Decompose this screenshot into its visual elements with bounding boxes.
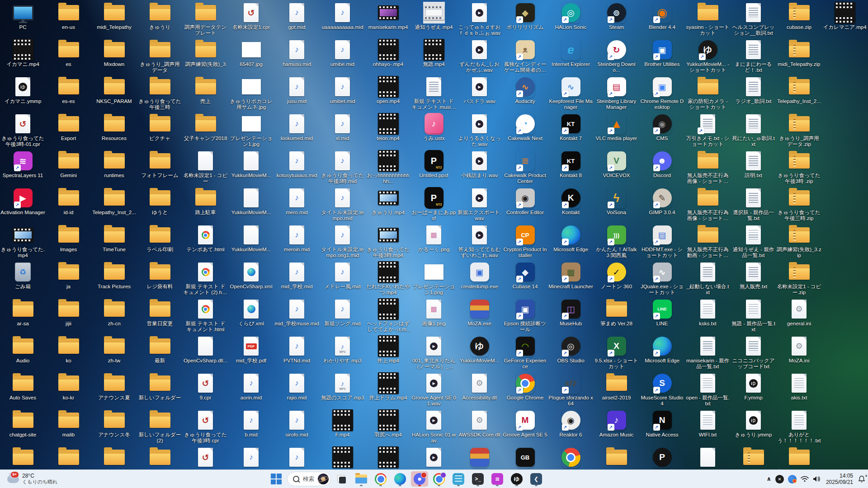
desktop-icon[interactable]: ♪gpt.mid xyxy=(274,1,320,38)
desktop-icon[interactable]: OpenCvSharp.dll... xyxy=(183,334,228,371)
desktop-icon[interactable]: ∿JQuake.exe - ショートカット xyxy=(639,260,685,297)
desktop-icon[interactable]: ♪タイトル未設定.tempo.mid xyxy=(320,186,365,223)
desktop-icon[interactable]: レジ袋有料 xyxy=(137,260,183,297)
desktop-icon[interactable]: ↺きゅうり食ってた午後3時-01.cpr xyxy=(0,112,46,149)
desktop-icon[interactable]: NKSC_PARAM xyxy=(91,75,137,112)
desktop-icon[interactable]: ♪PVTNd.mid xyxy=(274,334,320,371)
desktop-icon[interactable]: 65407.jpg xyxy=(228,38,274,75)
wifi-icon[interactable] xyxy=(801,476,809,482)
desktop-icon[interactable]: ▩かるーく.png xyxy=(411,223,457,260)
taskbar-spectralayers[interactable]: ≋ xyxy=(489,471,506,487)
desktop-icon[interactable]: 営業日変更 xyxy=(137,297,183,334)
desktop-icon[interactable]: ♪rajio.mid xyxy=(274,371,320,408)
desktop-icon[interactable]: TimeTune xyxy=(91,223,137,260)
search-input[interactable]: 検索 xyxy=(303,475,314,483)
desktop-icon[interactable]: ≡Cakewalk Product Center xyxy=(502,149,548,186)
desktop-icon[interactable]: ♪meroin.mid xyxy=(274,223,320,260)
desktop-icon[interactable]: ar-sa xyxy=(0,297,46,334)
desktop-icon[interactable]: 筆まめ Ver.28 xyxy=(594,297,639,334)
desktop-icon[interactable]: ja xyxy=(46,260,91,297)
desktop-icon[interactable]: cubase.zip xyxy=(776,1,822,38)
desktop-icon[interactable]: きゅうり食ってた午後3時.mp4 xyxy=(365,223,411,260)
desktop-icon[interactable]: ◫MuseHub xyxy=(548,297,594,334)
clock[interactable]: 14:05 2025/09/21 xyxy=(825,473,854,485)
desktop-icon[interactable]: ◉Blender 4.4 xyxy=(639,1,685,38)
desktop-icon[interactable]: くらび.xml xyxy=(228,297,274,334)
desktop-icon[interactable]: ▶よりうるさくなった.wav xyxy=(457,112,502,149)
desktop-icon[interactable]: ありがとう！！！！！！.txt xyxy=(776,408,822,446)
taskbar-chrome-profile[interactable] xyxy=(430,471,448,487)
desktop-icon[interactable]: 無題 - 親作品一覧.txt xyxy=(731,297,776,334)
desktop-icon[interactable]: KKontakt xyxy=(548,186,594,223)
desktop-icon[interactable]: zh-cn xyxy=(91,297,137,334)
taskbar-notepad[interactable] xyxy=(450,471,467,487)
desktop-icon[interactable]: 万引きメモ.txt - ショートカット xyxy=(685,112,731,149)
desktop-icon[interactable]: ♪umibe.mid xyxy=(320,38,365,75)
desktop-icon[interactable]: MGroove Agent SE 5 xyxy=(502,408,548,446)
desktop-icon[interactable]: ♪hamusu.mid xyxy=(274,38,320,75)
taskbar-google-chrome[interactable] xyxy=(372,471,389,487)
desktop-icon[interactable]: まにまにわーるど！.txt xyxy=(731,38,776,75)
desktop-icon[interactable]: テンポあて.html xyxy=(183,223,228,260)
tray-app-icon[interactable] xyxy=(788,475,797,483)
desktop-icon[interactable]: ▶こってゅｈｄすおｆｄｓｂふぉ.wav xyxy=(457,1,502,38)
desktop-icon[interactable]: ♪kotusytuaaus.mid xyxy=(274,149,320,186)
desktop-icon[interactable]: chatgpt-site xyxy=(0,408,46,446)
desktop-icon[interactable]: )))かんたん！AITalk 3 関西風 xyxy=(594,223,639,260)
taskbar-file-explorer[interactable] xyxy=(353,471,370,487)
desktop-icon[interactable]: ▣Brother Utilities xyxy=(639,38,685,75)
desktop-icon[interactable]: アナウンス夏 xyxy=(91,371,137,408)
desktop-icon[interactable]: 売上 xyxy=(183,75,228,112)
desktop-icon[interactable]: ゆYukkuriMovieM... xyxy=(457,334,502,371)
desktop-icon[interactable]: ♪MP3無題のスコア.mp3 xyxy=(320,371,365,408)
desktop-icon[interactable]: ≋SpectraLayers 11 xyxy=(0,149,46,186)
desktop-icon[interactable]: ♪umibet.mid xyxy=(320,75,365,112)
desktop-icon[interactable]: 路上駐車 xyxy=(183,186,228,223)
desktop-icon[interactable]: きゅうり食ってた.mp4 xyxy=(0,223,46,260)
desktop-icon[interactable]: PNT2Untitled.ppsf xyxy=(411,149,457,186)
desktop-icon[interactable]: きゅうり_調声用データ xyxy=(137,38,183,75)
desktop-icon[interactable]: ♪jusu.mid xyxy=(274,75,320,112)
desktop-icon[interactable]: ↺きゅうり食ってた午後3時.cpr xyxy=(183,408,228,446)
desktop-icon[interactable]: 無人販売不正行為画像 - ショートカッ... xyxy=(685,149,731,186)
taskbar-microsoft-edge[interactable] xyxy=(392,471,409,487)
desktop-icon[interactable]: ◉Reaktor 6 xyxy=(548,408,594,446)
taskbar-yukkurimoviemaker[interactable]: ゆ xyxy=(508,471,525,487)
desktop-icon[interactable]: ▦Minecraft Launcher xyxy=(548,260,594,297)
desktop-icon[interactable]: アナウンス冬 xyxy=(91,408,137,446)
taskbar-task-view[interactable] xyxy=(333,471,350,487)
desktop-icon[interactable]: open - 親作品一覧.txt xyxy=(685,371,731,408)
desktop-icon[interactable]: ▤HDDFMT.exe - ショートカット xyxy=(639,223,685,260)
desktop-icon[interactable]: sfzPlogue sforzando x64 xyxy=(548,371,594,408)
desktop-icon[interactable]: イカマニ.mp4 xyxy=(0,38,46,75)
desktop-icon[interactable]: 最新 xyxy=(137,334,183,371)
desktop-icon[interactable]: jijii xyxy=(46,297,91,334)
notification-bell-icon[interactable]: z xyxy=(858,475,865,483)
desktop-icon[interactable]: ♪きゅうり食ってた午後3時.mid xyxy=(320,149,365,186)
desktop-icon[interactable]: ϟVoiSona xyxy=(594,186,639,223)
desktop-icon[interactable]: ゆF.ymmp xyxy=(731,371,776,408)
desktop-icon[interactable]: ゆうと xyxy=(137,186,183,223)
desktop-icon[interactable]: ♪kiokumed.mid xyxy=(274,112,320,149)
desktop-icon[interactable]: _起動しない場合.txt xyxy=(685,260,731,297)
desktop-icon[interactable]: PDFmid_学校.pdf xyxy=(228,334,274,371)
desktop-icon[interactable]: ▶001_東北きりたん（ノーマル）_今じゃ... xyxy=(411,334,457,371)
desktop-icon[interactable]: ↺名称未設定1.cpr xyxy=(228,1,274,38)
desktop-icon[interactable]: Export xyxy=(46,112,91,149)
desktop-icon[interactable]: ♻ごみ箱 xyxy=(0,260,46,297)
desktop-icon[interactable]: 調声練習(失敗)_3 xyxy=(183,38,228,75)
desktop-icon[interactable]: ✎GIMP 3.0.4 xyxy=(639,186,685,223)
desktop-icon[interactable]: ♪mid_学校muse.mid xyxy=(274,297,320,334)
desktop-icon[interactable]: ラベル印刷 xyxy=(137,223,183,260)
desktop-icon[interactable]: 井上ドラム.mp4 xyxy=(365,371,411,408)
desktop-icon[interactable]: ⚙MoZA.ini xyxy=(776,334,822,371)
desktop-icon[interactable]: ♪sirofo.mid xyxy=(274,408,320,446)
desktop-icon[interactable]: ▶HALion Sonic 01.wav xyxy=(411,408,457,446)
taskbar-terminal[interactable]: >_ xyxy=(469,471,486,487)
desktop-icon[interactable]: 説明.txt xyxy=(731,149,776,186)
desktop-icon[interactable]: Track Pictures xyxy=(91,260,137,297)
desktop-icon[interactable]: フォトフレーム xyxy=(137,149,183,186)
desktop-icon[interactable]: ᴥ孤独なインディーゲーム開発者の一生 ... xyxy=(502,38,548,75)
desktop-icon[interactable]: Audio xyxy=(0,334,46,371)
taskbar-cubase[interactable]: ❮ xyxy=(528,471,545,487)
